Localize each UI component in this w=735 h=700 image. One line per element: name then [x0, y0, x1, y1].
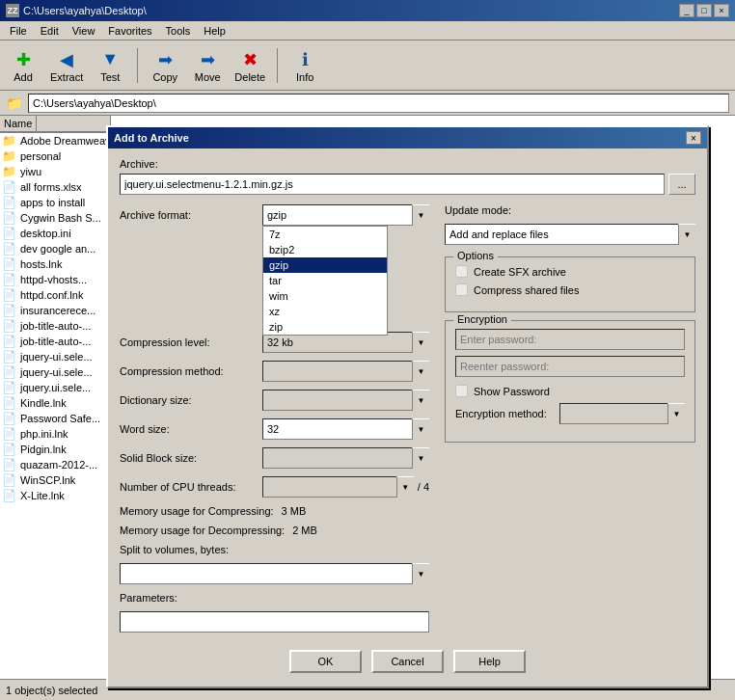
- dropdown-item-xz[interactable]: xz: [263, 304, 387, 319]
- menu-file[interactable]: File: [4, 23, 33, 39]
- list-item[interactable]: 📁 yiwu: [0, 164, 110, 179]
- list-item[interactable]: 📄 jquery-ui.sele...: [0, 349, 110, 364]
- delete-button[interactable]: ✖ Delete: [232, 46, 267, 85]
- list-item[interactable]: 📄 hosts.lnk: [0, 256, 110, 272]
- cpu-threads-row: Number of CPU threads: ▼ / 4: [120, 476, 429, 498]
- cpu-threads-max: / 4: [418, 481, 429, 493]
- file-icon: 📄: [2, 396, 16, 410]
- archive-browse-button[interactable]: ...: [668, 174, 695, 195]
- extract-icon: ◀: [55, 48, 78, 71]
- list-item[interactable]: 📁 Adobe Dreamweaver CS5.5: [0, 133, 110, 148]
- format-input[interactable]: [262, 204, 429, 226]
- copy-label: Copy: [152, 71, 177, 83]
- compression-method-input[interactable]: [262, 361, 429, 382]
- list-item[interactable]: 📄 X-Lite.lnk: [0, 488, 110, 503]
- enc-method-row: Encryption method: ▼: [455, 403, 685, 424]
- menu-bar: File Edit View Favorites Tools Help: [0, 21, 735, 40]
- move-button[interactable]: ➡ Move: [190, 46, 225, 85]
- menu-help[interactable]: Help: [198, 23, 231, 39]
- dict-size-input[interactable]: [262, 390, 429, 411]
- list-item[interactable]: 📄 httpd-vhosts...: [0, 272, 110, 287]
- list-item[interactable]: 📄 desktop.ini: [0, 226, 110, 241]
- menu-tools[interactable]: Tools: [160, 23, 197, 39]
- app-icon: ZZ: [6, 4, 19, 17]
- list-item[interactable]: 📄 php.ini.lnk: [0, 426, 110, 442]
- extract-button[interactable]: ◀ Extract: [48, 46, 85, 85]
- file-list-header: Name: [0, 116, 110, 133]
- title-bar: ZZ C:\Users\ayahya\Desktop\ _ □ ×: [0, 0, 735, 21]
- list-item[interactable]: 📄 WinSCP.lnk: [0, 472, 110, 488]
- split-volumes-input[interactable]: [120, 563, 429, 584]
- enter-password-input[interactable]: [455, 329, 685, 350]
- list-item[interactable]: 📄 jquery-ui.sele...: [0, 364, 110, 380]
- compression-method-label: Compression method:: [120, 365, 255, 377]
- ok-button[interactable]: OK: [289, 650, 362, 673]
- list-item[interactable]: 📄 Pidgin.lnk: [0, 442, 110, 457]
- split-volumes-label: Split to volumes, bytes:: [120, 544, 255, 555]
- compress-shared-checkbox[interactable]: [455, 283, 468, 296]
- solid-block-input[interactable]: [262, 447, 429, 469]
- list-item[interactable]: 📄 job-title-auto-...: [0, 334, 110, 349]
- delete-icon: ✖: [238, 48, 261, 71]
- list-item[interactable]: 📄 Password Safe...: [0, 411, 110, 426]
- list-item[interactable]: 📄 jquery.ui.sele...: [0, 380, 110, 395]
- show-password-label: Show Password: [474, 386, 550, 397]
- list-item[interactable]: 📁 personal: [0, 148, 110, 164]
- list-item[interactable]: 📄 all forms.xlsx: [0, 179, 110, 195]
- file-icon: 📄: [2, 227, 16, 240]
- compress-shared-row: Compress shared files: [455, 283, 685, 296]
- dialog-close-button[interactable]: ×: [686, 131, 701, 145]
- mem-compress-value: 3 MB: [282, 505, 307, 517]
- menu-view[interactable]: View: [67, 23, 101, 39]
- address-input[interactable]: [28, 94, 729, 113]
- word-size-input[interactable]: [262, 418, 429, 440]
- menu-favorites[interactable]: Favorites: [102, 23, 157, 39]
- dropdown-item-gzip[interactable]: gzip: [263, 257, 387, 273]
- cancel-button[interactable]: Cancel: [371, 650, 444, 673]
- update-mode-row: Update mode:: [445, 204, 695, 216]
- list-item[interactable]: 📄 apps to install: [0, 195, 110, 210]
- add-button[interactable]: ✚ Add: [6, 46, 41, 85]
- dropdown-item-tar[interactable]: tar: [263, 273, 387, 288]
- list-item[interactable]: 📄 Kindle.lnk: [0, 395, 110, 411]
- move-icon: ➡: [196, 48, 219, 71]
- list-item[interactable]: 📄 quazam-2012-...: [0, 457, 110, 472]
- list-item[interactable]: 📄 Cygwin Bash S...: [0, 210, 110, 226]
- params-input[interactable]: [120, 611, 429, 633]
- dropdown-item-wim[interactable]: wim: [263, 288, 387, 304]
- help-button[interactable]: Help: [453, 650, 526, 673]
- enc-method-input[interactable]: [559, 403, 685, 424]
- dropdown-item-7z[interactable]: 7z: [263, 227, 387, 242]
- format-dropdown-list: 7z bzip2 gzip tar wim xz zip: [262, 226, 388, 336]
- file-icon: 📄: [2, 257, 16, 271]
- reenter-password-input[interactable]: [455, 356, 685, 377]
- close-button[interactable]: ×: [714, 4, 729, 17]
- main-area: Name 📁 Adobe Dreamweaver CS5.5 📁 persona…: [0, 116, 735, 679]
- info-button[interactable]: ℹ Info: [287, 46, 322, 85]
- status-text: 1 object(s) selected: [6, 685, 97, 696]
- show-password-checkbox[interactable]: [455, 385, 468, 397]
- copy-button[interactable]: ➡ Copy: [148, 46, 182, 85]
- minimize-button[interactable]: _: [679, 4, 694, 17]
- dialog-buttons: OK Cancel Help: [120, 650, 695, 677]
- mem-decompress-label: Memory usage for Decompressing:: [120, 525, 285, 536]
- test-label: Test: [100, 71, 120, 83]
- list-item[interactable]: 📄 job-title-auto-...: [0, 318, 110, 334]
- update-mode-input[interactable]: [445, 224, 695, 245]
- folder-icon: 📁: [2, 134, 16, 148]
- maximize-button[interactable]: □: [696, 4, 712, 17]
- toolbar-sep-2: [277, 48, 278, 83]
- toolbar-sep-1: [137, 48, 138, 83]
- dropdown-item-bzip2[interactable]: bzip2: [263, 242, 387, 257]
- create-sfx-checkbox[interactable]: [455, 265, 468, 278]
- mem-compress-row: Memory usage for Compressing: 3 MB: [120, 505, 429, 517]
- list-item[interactable]: 📄 httpd.conf.lnk: [0, 287, 110, 303]
- list-item[interactable]: 📄 insurancerece...: [0, 303, 110, 318]
- archive-input[interactable]: [120, 174, 665, 195]
- list-item[interactable]: 📄 dev google an...: [0, 241, 110, 256]
- file-icon: 📄: [2, 412, 16, 425]
- dropdown-item-zip[interactable]: zip: [263, 319, 387, 335]
- menu-edit[interactable]: Edit: [35, 23, 65, 39]
- cpu-threads-input[interactable]: [262, 476, 414, 498]
- test-button[interactable]: ▼ Test: [93, 46, 127, 85]
